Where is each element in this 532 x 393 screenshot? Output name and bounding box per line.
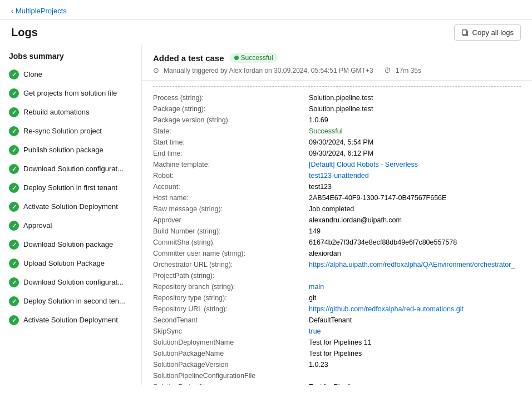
log-row-16: ProjectPath (string): [153, 270, 521, 281]
sidebar-item-1[interactable]: Get projects from solution file [0, 84, 141, 103]
log-row-11: Approver alexandru.iordan@uipath.com [153, 215, 521, 226]
sidebar-item-2[interactable]: Rebuild automations [0, 103, 141, 122]
sidebar-item-13[interactable]: Activate Solution Deployment [0, 311, 141, 330]
log-key-25: SolutionPipelineConfigurationFile [153, 370, 309, 381]
log-row-15: Orchestrator URL (string): https://alpha… [153, 259, 521, 270]
log-row-17: Repository branch (string): main [153, 281, 521, 292]
log-key-6: Machine template: [153, 159, 309, 170]
log-row-6: Machine template: [Default] Cloud Robots… [153, 159, 521, 170]
log-key-2: Package version (string): [153, 115, 309, 126]
log-content: Process (string): Solution.pipeline.test… [142, 81, 532, 385]
log-key-24: SolutionPackageVersion [153, 359, 309, 370]
log-row-5: End time: 09/30/2024, 6:12 PM [153, 148, 521, 159]
duration: 17m 35s [396, 67, 421, 74]
log-row-13: CommitSha (string): 61674b2e7f3d734e8ecf… [153, 237, 521, 248]
log-row-10: Raw message (string): Job completed [153, 203, 521, 215]
sidebar-item-0[interactable]: Clone [0, 65, 141, 84]
log-row-4: Start time: 09/30/2024, 5:54 PM [153, 137, 521, 148]
check-icon-10 [9, 258, 19, 268]
run-meta: ⊙ Manually triggered by Alex Iordan on 3… [153, 66, 521, 74]
log-value-15: https://alpha.uipath.com/redfoxalpha/QAE… [309, 259, 521, 270]
sidebar-item-label-8: Approval [23, 221, 52, 231]
copy-logs-label: Copy all logs [472, 28, 514, 37]
log-key-1: Package (string): [153, 103, 309, 115]
sidebar-item-label-7: Activate Solution Deployment [23, 202, 118, 212]
log-value-17: main [309, 281, 521, 292]
log-key-22: SolutionDeploymentName [153, 337, 309, 348]
header: ‹ MultipleProjects [0, 0, 532, 20]
log-value-5: 09/30/2024, 6:12 PM [309, 148, 521, 159]
log-key-13: CommitSha (string): [153, 237, 309, 248]
log-key-16: ProjectPath (string): [153, 270, 309, 281]
log-key-19: Repository URL (string): [153, 304, 309, 315]
page-title: Logs [11, 26, 38, 39]
log-row-20: SecondTenant DefaultTenant [153, 315, 521, 326]
sidebar-item-10[interactable]: Upload Solution Package [0, 254, 141, 273]
log-key-17: Repository branch (string): [153, 281, 309, 292]
sidebar-item-label-9: Download Solution package [23, 240, 113, 250]
log-value-2: 1.0.69 [309, 115, 521, 126]
log-value-4: 09/30/2024, 5:54 PM [309, 137, 521, 148]
check-icon-4 [9, 145, 19, 155]
content-panel: Added a test case Successful ⊙ Manually … [142, 45, 532, 385]
copy-all-logs-button[interactable]: Copy all logs [454, 24, 521, 41]
log-key-5: End time: [153, 148, 309, 159]
log-key-21: SkipSync [153, 326, 309, 337]
log-value-19: https://github.com/redfoxalpha/red-autom… [309, 304, 521, 315]
sidebar-item-8[interactable]: Approval [0, 216, 141, 235]
log-value-0: Solution.pipeline.test [309, 92, 521, 103]
run-header: Added a test case Successful ⊙ Manually … [142, 45, 532, 81]
log-key-12: Build Number (string): [153, 226, 309, 237]
sidebar-item-label-13: Activate Solution Deployment [23, 316, 118, 325]
copy-icon [461, 29, 469, 37]
meta-sep: · [378, 67, 380, 74]
back-label: MultipleProjects [16, 7, 67, 15]
log-key-20: SecondTenant [153, 315, 309, 326]
run-title-row: Added a test case Successful [153, 53, 521, 63]
log-key-23: SolutionPackageName [153, 348, 309, 359]
sidebar-item-7[interactable]: Activate Solution Deployment [0, 197, 141, 216]
log-value-10: Job completed [309, 203, 521, 215]
sidebar-item-5[interactable]: Download Solution configurat... [0, 160, 141, 178]
check-icon-0 [9, 69, 19, 79]
log-value-9: 2AB54E67-40F9-1300-7147-0B47567F656E [309, 192, 521, 203]
log-row-14: Committer user name (string): alexiordan [153, 248, 521, 259]
sidebar-item-3[interactable]: Re-sync Solution project [0, 122, 141, 141]
log-divider [153, 86, 521, 87]
log-row-7: Robot: test123-unattended [153, 170, 521, 181]
sidebar-item-6[interactable]: Deploy Solution in first tenant [0, 178, 141, 197]
success-dot-icon [234, 56, 239, 60]
log-value-24: 1.0.23 [309, 359, 521, 370]
back-link[interactable]: ‹ MultipleProjects [11, 7, 67, 15]
log-value-23: Test for Pipelines [309, 348, 521, 359]
log-row-22: SolutionDeploymentName Test for Pipeline… [153, 337, 521, 348]
timer-icon: ⏱ [384, 66, 391, 74]
log-key-14: Committer user name (string): [153, 248, 309, 259]
log-row-9: Host name: 2AB54E67-40F9-1300-7147-0B475… [153, 192, 521, 203]
sidebar-item-12[interactable]: Deploy Solution in second ten... [0, 292, 141, 311]
log-row-8: Account: test123 [153, 181, 521, 192]
log-value-13: 61674b2e7f3d734e8ecf88db49e6f7c80e557578 [309, 237, 521, 248]
sidebar-items: Clone Get projects from solution file Re… [0, 65, 141, 330]
check-icon-6 [9, 183, 19, 193]
status-badge: Successful [230, 53, 278, 63]
log-value-11: alexandru.iordan@uipath.com [309, 215, 521, 226]
log-row-19: Repository URL (string): https://github.… [153, 304, 521, 315]
log-row-26: SolutionProjectName Test for Pipelines [153, 381, 521, 385]
trigger-text: Manually triggered by Alex Iordan on 30.… [164, 67, 373, 74]
sidebar-item-label-12: Deploy Solution in second ten... [23, 297, 125, 306]
sidebar-item-9[interactable]: Download Solution package [0, 235, 141, 254]
log-value-22: Test for Pipelines 11 [309, 337, 521, 348]
log-key-9: Host name: [153, 192, 309, 203]
sidebar-item-label-5: Download Solution configurat... [23, 165, 124, 174]
check-icon-2 [9, 107, 19, 117]
log-key-11: Approver [153, 215, 309, 226]
sidebar-item-11[interactable]: Download Solution configurat... [0, 273, 141, 292]
log-value-26: Test for Pipelines [309, 381, 521, 385]
check-icon-9 [9, 240, 19, 250]
check-icon-1 [9, 88, 19, 98]
log-row-1: Package (string): Solution.pipeline.test [153, 103, 521, 115]
check-icon-5 [9, 164, 19, 174]
log-row-21: SkipSync true [153, 326, 521, 337]
sidebar-item-4[interactable]: Publish solution package [0, 141, 141, 160]
